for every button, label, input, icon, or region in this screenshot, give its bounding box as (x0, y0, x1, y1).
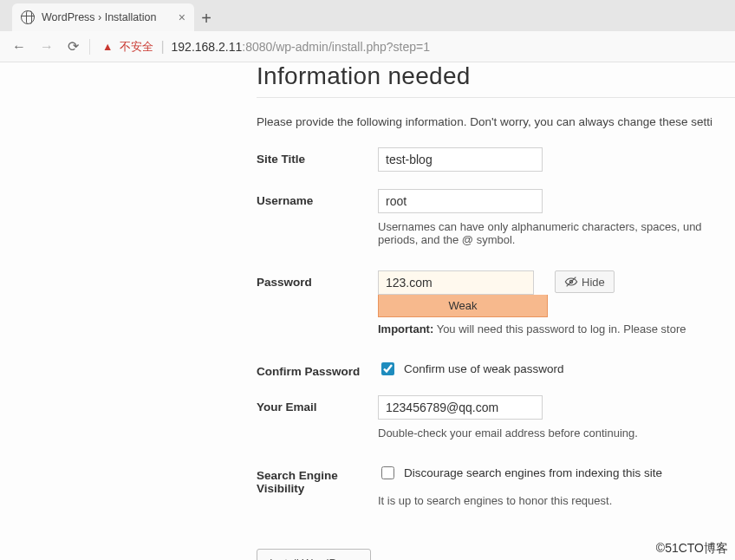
url-text: 192.168.2.11:8080/wp-admin/install.php?s… (172, 40, 431, 54)
sev-line[interactable]: Discourage search engines from indexing … (378, 464, 735, 482)
reload-button[interactable]: ⟳ (68, 38, 79, 55)
sev-checkbox-label: Discourage search engines from indexing … (404, 466, 662, 479)
hide-button-label: Hide (582, 276, 605, 289)
address-bar[interactable]: ▲ 不安全 | 192.168.2.11:8080/wp-admin/insta… (89, 39, 430, 55)
watermark: ©51CTO博客 (656, 541, 728, 557)
sev-hint: It is up to search engines to honor this… (378, 494, 735, 507)
password-important-label: Important: (378, 322, 433, 335)
browser-chrome: WordPress › Installation × + ← → ⟳ ▲ 不安全… (0, 0, 735, 62)
close-icon[interactable]: × (179, 10, 185, 24)
password-block: Weak (378, 270, 548, 317)
install-wordpress-button[interactable]: Install WordPress (257, 549, 371, 560)
forward-button[interactable]: → (40, 39, 54, 55)
username-label: Username (257, 189, 378, 207)
url-host: 192.168.2.11 (172, 40, 243, 54)
hide-password-button[interactable]: Hide (555, 270, 615, 293)
password-input[interactable] (378, 270, 534, 295)
back-button[interactable]: ← (12, 39, 26, 55)
tab-strip: WordPress › Installation × + (0, 0, 735, 31)
url-separator: | (160, 39, 164, 55)
email-input[interactable] (378, 395, 543, 420)
site-title-label: Site Title (257, 147, 378, 166)
toolbar: ← → ⟳ ▲ 不安全 | 192.168.2.11:8080/wp-admin… (0, 31, 735, 62)
confirm-weak-checkbox[interactable] (381, 362, 394, 375)
password-strength: Weak (378, 295, 548, 317)
browser-tab[interactable]: WordPress › Installation × (12, 3, 194, 31)
sev-label-line2: Visibility (257, 482, 304, 495)
email-label: Your Email (257, 395, 378, 413)
sev-checkbox[interactable] (381, 466, 394, 479)
tab-title: WordPress › Installation (42, 11, 156, 23)
email-hint: Double-check your email address before c… (378, 427, 735, 440)
new-tab-button[interactable]: + (194, 5, 218, 31)
page-intro: Please provide the following information… (257, 115, 735, 128)
not-secure-label: 不安全 (120, 39, 153, 55)
url-path: :8080/wp-admin/install.php?step=1 (242, 40, 430, 54)
page-heading: Information needed (257, 62, 735, 90)
confirm-weak-label: Confirm use of weak password (404, 362, 564, 375)
password-hint: Important: You will need this password t… (378, 322, 735, 335)
username-input[interactable] (378, 189, 543, 213)
confirm-password-label: Confirm Password (257, 360, 378, 378)
username-hint: Usernames can have only alphanumeric cha… (378, 220, 735, 246)
password-label: Password (257, 270, 378, 289)
sev-label-line1: Search Engine (257, 469, 338, 482)
not-secure-icon: ▲ (102, 41, 113, 53)
sev-label: Search Engine Visibility (257, 464, 378, 495)
heading-divider (257, 97, 735, 98)
site-title-input[interactable] (378, 147, 543, 172)
confirm-weak-line[interactable]: Confirm use of weak password (378, 360, 735, 378)
page-content: Information needed Please provide the fo… (257, 62, 735, 560)
eye-slash-icon (564, 275, 578, 289)
password-important-text: You will need this password to log in. P… (433, 322, 686, 335)
globe-icon (21, 10, 35, 24)
